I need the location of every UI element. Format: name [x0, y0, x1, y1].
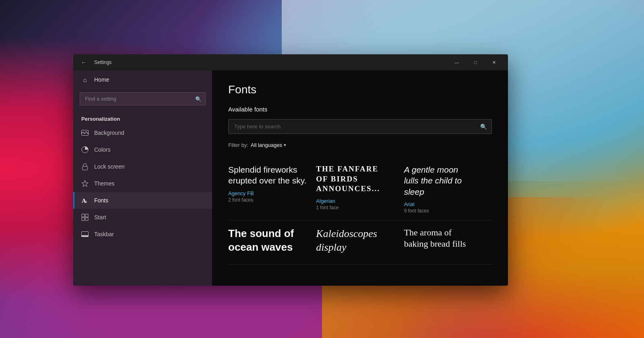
minimize-button[interactable]: —	[448, 54, 466, 70]
lock-screen-icon	[81, 163, 89, 170]
font-card-agency-fb[interactable]: Splendid fireworkserupted over the sky. …	[228, 158, 316, 221]
font-faces-agency-fb: 2 font faces	[228, 197, 308, 203]
font-card-algerian[interactable]: The Fanfareof BirdsAnnounces... Algerian…	[316, 158, 404, 221]
window-body: Home 🔍 Personalization Background	[73, 70, 508, 286]
font-card-row2-1[interactable]: The sound ofocean waves	[228, 221, 316, 265]
sidebar-item-themes[interactable]: Themes	[73, 175, 212, 192]
filter-row: Filter by: All languages ▾	[228, 142, 492, 148]
colors-label: Colors	[94, 146, 110, 153]
svg-rect-8	[85, 218, 88, 221]
themes-icon	[81, 180, 89, 187]
taskbar-icon	[81, 231, 89, 238]
sidebar-item-home[interactable]: Home	[73, 70, 212, 89]
sidebar-item-background[interactable]: Background	[73, 124, 212, 141]
filter-dropdown[interactable]: All languages ▾	[251, 142, 286, 148]
font-search-wrapper: 🔍	[228, 119, 492, 134]
font-search-input[interactable]	[228, 119, 492, 134]
maximize-button[interactable]: □	[466, 54, 485, 70]
chevron-down-icon: ▾	[284, 142, 286, 148]
start-icon	[81, 214, 89, 221]
font-grid: Splendid fireworkserupted over the sky. …	[228, 158, 492, 265]
sidebar-item-start[interactable]: Start	[73, 209, 212, 226]
fonts-icon: A a	[81, 197, 89, 204]
svg-text:a: a	[85, 199, 87, 204]
font-preview-algerian: The Fanfareof BirdsAnnounces...	[316, 164, 396, 194]
sidebar-item-fonts[interactable]: A a Fonts	[73, 192, 212, 209]
svg-rect-2	[83, 167, 88, 170]
sidebar-item-lock-screen[interactable]: Lock screen	[73, 158, 212, 175]
background-icon	[81, 129, 89, 136]
svg-rect-5	[82, 214, 85, 217]
font-preview-arial: A gentle moonlulls the child tosleep	[404, 164, 484, 197]
main-content: Fonts Available fonts 🔍 Filter by: All l…	[212, 70, 508, 286]
svg-rect-6	[85, 214, 88, 217]
filter-label: Filter by:	[228, 142, 248, 148]
font-faces-algerian: 1 font face	[316, 205, 396, 210]
home-icon	[81, 76, 89, 83]
font-preview-row2-2: Kaleidoscopesdisplay	[316, 227, 396, 254]
sidebar: Home 🔍 Personalization Background	[73, 70, 212, 286]
themes-label: Themes	[94, 180, 115, 187]
lock-screen-label: Lock screen	[94, 163, 124, 170]
font-faces-arial: 9 font faces	[404, 208, 484, 214]
personalization-label: Personalization	[73, 112, 212, 124]
titlebar: ← Settings — □ ✕	[73, 54, 508, 70]
sidebar-home-label: Home	[94, 76, 109, 83]
close-button[interactable]: ✕	[485, 54, 503, 70]
font-card-row2-2[interactable]: Kaleidoscopesdisplay	[316, 221, 404, 265]
sidebar-item-colors[interactable]: Colors	[73, 141, 212, 158]
font-preview-row2-1: The sound ofocean waves	[228, 227, 308, 254]
font-name-agency-fb: Agency FB	[228, 190, 308, 196]
page-title: Fonts	[228, 83, 492, 96]
svg-rect-7	[82, 218, 85, 221]
font-card-row2-3[interactable]: The aroma ofbaking bread fills	[404, 221, 492, 265]
font-card-arial[interactable]: A gentle moonlulls the child tosleep Ari…	[404, 158, 492, 221]
settings-window: ← Settings — □ ✕ Home 🔍 Personalizati	[73, 54, 508, 286]
font-name-arial: Arial	[404, 201, 484, 207]
font-preview-row2-3: The aroma ofbaking bread fills	[404, 227, 484, 250]
font-preview-agency-fb: Splendid fireworkserupted over the sky.	[228, 164, 308, 186]
titlebar-title: Settings	[94, 60, 111, 65]
background-label: Background	[94, 130, 124, 136]
back-button[interactable]: ←	[78, 57, 89, 68]
sidebar-item-taskbar[interactable]: Taskbar	[73, 226, 212, 243]
available-fonts-label: Available fonts	[228, 106, 492, 113]
search-icon: 🔍	[195, 96, 202, 102]
sidebar-search: 🔍	[80, 92, 206, 105]
find-setting-input[interactable]	[80, 92, 206, 105]
titlebar-controls: — □ ✕	[448, 54, 503, 70]
titlebar-left: ← Settings	[78, 57, 111, 68]
font-search-icon: 🔍	[480, 124, 487, 130]
filter-value: All languages	[251, 142, 282, 148]
font-name-algerian: Algerian	[316, 198, 396, 204]
colors-icon	[81, 146, 89, 153]
fonts-label: Fonts	[94, 197, 108, 204]
svg-rect-10	[82, 235, 89, 237]
start-label: Start	[94, 214, 106, 221]
taskbar-label: Taskbar	[94, 231, 114, 237]
